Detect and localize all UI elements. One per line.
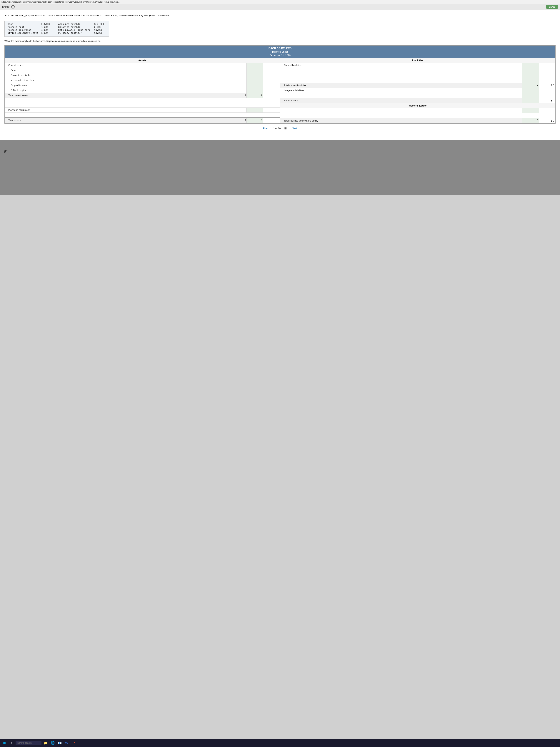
app-title: nment i <box>2 5 15 8</box>
asset-input-ar-field[interactable] <box>247 73 263 77</box>
dollar-prefix-tca: $ <box>244 94 246 97</box>
main-content: From the following, prepare a classified… <box>0 10 560 140</box>
current-liabilities-label: Current liabilities: <box>280 63 522 67</box>
total-current-liabilities-row: Total current liabilities $ 0 <box>280 83 555 88</box>
plant-input-1[interactable] <box>246 108 263 112</box>
liability-input-2-field[interactable] <box>522 73 539 77</box>
spacer-2 <box>5 103 280 108</box>
footnote: *What the owner supplies to the business… <box>4 40 556 43</box>
loe-value: 0 <box>553 119 554 122</box>
total-current-assets-input[interactable] <box>246 93 263 98</box>
dollar-tcl: $ <box>551 84 552 87</box>
liabilities-header: Liabilities <box>280 58 555 63</box>
asset-input-accounts-receivable[interactable] <box>246 73 263 78</box>
total-liab-field[interactable] <box>522 98 539 102</box>
total-curr-liab-input[interactable] <box>522 83 539 88</box>
asset-row-p-bach-capital: P. Bach, capital <box>5 88 280 93</box>
dollar-prefix-ta: $ <box>244 119 246 122</box>
prev-button[interactable]: ‹ Prev <box>260 126 270 130</box>
temperature-display: 9° <box>4 149 7 154</box>
next-button[interactable]: Next › <box>290 126 300 130</box>
given-right-label-0: Accounts payable <box>53 23 94 26</box>
grid-icon[interactable]: ⊞ <box>284 127 287 130</box>
total-assets-label: Total assets <box>5 119 244 122</box>
total-curr-liab-field[interactable] <box>522 83 539 87</box>
asset-input-merchandise-inventory[interactable] <box>246 78 263 83</box>
dollar-tl: $ <box>551 99 552 102</box>
spacer-3 <box>5 113 280 118</box>
total-liabilities-row: Total liabilities $ 0 <box>280 98 555 103</box>
oe-input-field[interactable] <box>522 108 539 112</box>
asset-input-pi-field[interactable] <box>247 83 263 86</box>
total-loe-dollar: $ 0 <box>539 119 555 123</box>
app-header: nment i Saved <box>0 4 560 10</box>
plant-input-field[interactable] <box>247 108 263 111</box>
bs-company-name: BACH CRAWLERS <box>5 46 555 50</box>
given-right-label-3: P. Bach, capital* <box>53 32 94 35</box>
given-left-label-0: Cash <box>7 23 41 26</box>
liability-label-2 <box>280 75 522 76</box>
total-loe-field[interactable] <box>522 119 539 122</box>
lt-liability-total <box>539 93 555 98</box>
tcl-value: 0 <box>553 84 554 87</box>
liability-label-1 <box>280 70 522 71</box>
plant-total <box>263 108 280 112</box>
given-right-amount-3: 14,200 <box>94 32 106 35</box>
total-current-assets-field[interactable] <box>247 93 263 97</box>
liability-row-2 <box>280 73 555 78</box>
bs-body: Assets Current assets: Cash <box>5 58 555 123</box>
lt-liability-row-1 <box>280 93 555 98</box>
lt-liability-input-1[interactable] <box>522 93 539 98</box>
lt-liab-input-1[interactable] <box>522 88 539 93</box>
spacer-r-1 <box>280 113 555 118</box>
current-liabilities-label-row: Current liabilities: <box>280 63 555 68</box>
liability-input-3-field[interactable] <box>522 78 539 81</box>
total-assets-field[interactable] <box>247 118 263 122</box>
owners-equity-label <box>280 110 522 111</box>
given-left-amount-3: 7,000 <box>41 32 53 35</box>
given-left-amount-0: $ 8,000 <box>41 23 53 26</box>
lt-liability-input-field[interactable] <box>522 93 539 97</box>
asset-input-mi-field[interactable] <box>247 78 263 81</box>
oe-input[interactable] <box>522 108 539 113</box>
info-icon[interactable]: i <box>11 5 15 8</box>
total-liab-owners-equity-row: Total liabilities and owner's equity $ 0 <box>280 118 555 123</box>
asset-label-p-bach-capital: P. Bach, capital <box>5 88 246 92</box>
given-left-amount-1: 2,600 <box>41 26 53 29</box>
liability-input-1-field[interactable] <box>522 68 539 72</box>
asset-total-ar <box>263 73 280 78</box>
given-left-amount-2: 6,000 <box>41 29 53 32</box>
liability-input-3[interactable] <box>522 78 539 83</box>
total-assets-input[interactable] <box>246 118 263 123</box>
asset-input-p-bach[interactable] <box>246 88 263 93</box>
current-assets-total-1 <box>263 63 280 68</box>
page-indicator: 1 of 10 <box>273 127 281 130</box>
total-current-liabilities-label: Total current liabilities <box>280 83 522 87</box>
asset-row-merchandise-inventory: Merchandise inventory <box>5 78 280 83</box>
assets-section: Assets Current assets: Cash <box>5 58 280 123</box>
liability-input-1[interactable] <box>522 68 539 73</box>
spacer-1 <box>5 98 280 103</box>
liability-total-3 <box>539 78 555 83</box>
current-assets-input-1[interactable] <box>246 63 263 68</box>
asset-input-cash[interactable] <box>246 68 263 73</box>
total-current-assets-label: Total current assets <box>5 94 244 97</box>
total-liab-input[interactable] <box>522 98 539 103</box>
asset-total-pbc <box>263 88 280 93</box>
total-current-assets-row: Total current assets $ <box>5 93 280 98</box>
given-data-table: Cash $ 8,000 Accounts payable $ 2,800 Pr… <box>4 21 109 37</box>
total-loe-input[interactable] <box>522 119 539 123</box>
long-term-liabilities-label: Long-term liabilities: <box>280 88 522 92</box>
liability-input-2[interactable] <box>522 73 539 78</box>
owners-equity-row <box>280 108 555 113</box>
asset-input-prepaid-insurance[interactable] <box>246 83 263 87</box>
liability-total-1 <box>539 68 555 73</box>
dollar-loe: $ <box>551 119 552 122</box>
asset-input-pbc-field[interactable] <box>247 88 263 92</box>
asset-input-cash-field[interactable] <box>247 68 263 72</box>
owners-equity-header: Owner's Equity <box>280 103 555 108</box>
balance-sheet: BACH CRAWLERS Balance Sheet December 31,… <box>4 45 556 124</box>
saved-badge: Saved <box>546 5 558 9</box>
total-assets-total <box>263 118 280 123</box>
curr-liab-input-1[interactable] <box>522 63 539 68</box>
